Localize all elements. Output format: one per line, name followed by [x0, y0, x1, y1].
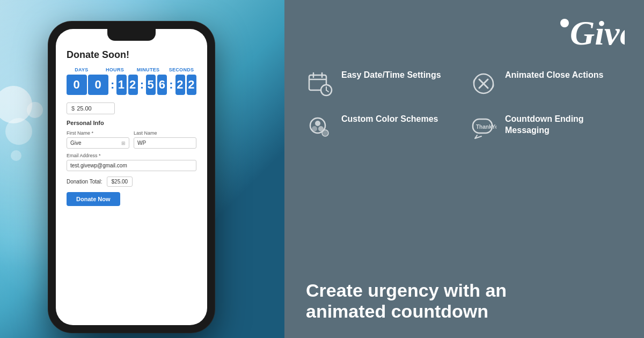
feature-datetime: Easy Date/Time Settings: [306, 70, 459, 98]
right-panel: Give Easy Date/Time Settings: [284, 0, 644, 338]
feature-color: Custom Color Schemes: [306, 114, 459, 142]
svg-text:ThankYou: ThankYou: [476, 124, 496, 130]
countdown-display: 0 0 : 1 2 : 5 6 : 2 2: [67, 75, 196, 95]
digit-sec-1: 2: [175, 75, 185, 95]
label-minutes: Minutes: [133, 67, 163, 72]
last-name-input[interactable]: WP: [134, 137, 196, 149]
svg-point-0: [560, 19, 569, 27]
label-days: Days: [67, 67, 97, 72]
svg-text:Give: Give: [570, 14, 625, 50]
feature-messaging: ThankYou Countdown Ending Messaging: [470, 114, 623, 142]
digit-day-1: 0: [67, 75, 87, 95]
amount-value: 25.00: [77, 105, 92, 112]
donate-now-button[interactable]: Donate Now: [67, 192, 120, 206]
last-name-label: Last Name: [134, 130, 196, 136]
colon-3: :: [169, 75, 173, 95]
give-logo-area: Give: [555, 10, 625, 50]
animated-text: Animated Close Actions: [505, 70, 603, 81]
donation-total-label: Donation Total:: [67, 179, 103, 185]
phone-frame: Donate Soon! Days Hours Minutes Seconds …: [48, 21, 215, 333]
first-name-group: First Name * Give ⊞: [67, 130, 129, 149]
label-hours: Hours: [100, 67, 130, 72]
color-text: Custom Color Schemes: [341, 114, 438, 125]
colon-1: :: [111, 75, 114, 95]
foam-blob-4: [11, 150, 21, 161]
phone-screen: Donate Soon! Days Hours Minutes Seconds …: [56, 29, 207, 325]
datetime-icon: [306, 70, 334, 98]
first-name-input[interactable]: Give ⊞: [67, 137, 129, 149]
animated-icon: [470, 70, 497, 98]
email-field-group: Email Address * test.givewp@gmail.com: [67, 153, 196, 171]
countdown-labels: Days Hours Minutes Seconds: [67, 67, 196, 72]
foam-blob-3: [27, 102, 43, 118]
currency-symbol: $: [71, 105, 75, 112]
color-icon: [306, 114, 334, 142]
name-field-row: First Name * Give ⊞ Last Name WP: [67, 130, 196, 149]
digit-day-2: 0: [88, 75, 108, 95]
messaging-icon: ThankYou: [470, 114, 497, 142]
features-grid: Easy Date/Time Settings Animated Close A…: [306, 70, 623, 142]
datetime-text: Easy Date/Time Settings: [341, 70, 441, 81]
foam-blob-2: [5, 118, 32, 145]
donation-total-value: $25.00: [107, 177, 133, 187]
headline: Create urgency with an animated countdow…: [306, 280, 623, 322]
digit-min-2: 6: [157, 75, 167, 95]
digit-hour-2: 2: [128, 75, 138, 95]
last-name-group: Last Name WP: [134, 130, 196, 149]
email-label: Email Address *: [67, 153, 196, 158]
feature-animated: Animated Close Actions: [470, 70, 623, 98]
svg-point-15: [315, 121, 320, 126]
autofill-icon: ⊞: [121, 141, 126, 146]
left-panel: Donate Soon! Days Hours Minutes Seconds …: [0, 0, 284, 338]
phone-container: Donate Soon! Days Hours Minutes Seconds …: [48, 21, 215, 333]
give-logo-svg: Give: [555, 10, 625, 50]
email-input[interactable]: test.givewp@gmail.com: [67, 160, 196, 171]
personal-info-label: Personal Info: [67, 120, 196, 126]
digit-sec-2: 2: [187, 75, 196, 95]
phone-notch: [107, 29, 156, 41]
messaging-text: Countdown Ending Messaging: [505, 114, 623, 136]
days-group: 0 0: [67, 75, 108, 95]
messaging-title: Countdown Ending Messaging: [505, 114, 623, 136]
amount-input[interactable]: $ 25.00: [67, 102, 115, 114]
donation-total-row: Donation Total: $25.00: [67, 177, 196, 187]
digit-min-1: 5: [146, 75, 156, 95]
digit-hour-1: 1: [116, 75, 126, 95]
svg-point-13: [312, 126, 317, 131]
headline-line2: animated countdown: [306, 301, 623, 322]
color-title: Custom Color Schemes: [341, 114, 438, 125]
svg-point-16: [322, 130, 328, 136]
headline-line1: Create urgency with an: [306, 280, 623, 301]
animated-title: Animated Close Actions: [505, 70, 603, 81]
colon-2: :: [140, 75, 144, 95]
first-name-label: First Name *: [67, 130, 129, 136]
datetime-title: Easy Date/Time Settings: [341, 70, 441, 81]
donate-title: Donate Soon!: [67, 49, 196, 61]
label-seconds: Seconds: [166, 67, 196, 72]
